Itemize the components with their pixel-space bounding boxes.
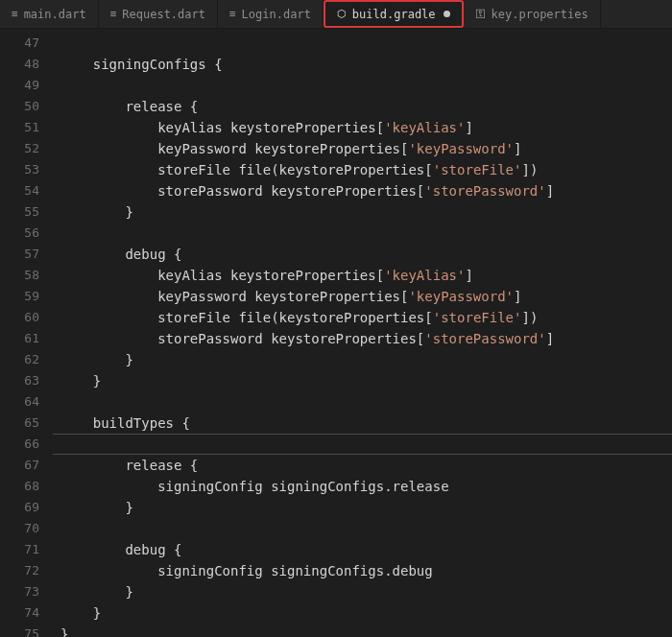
code-line: debug {	[60, 244, 672, 265]
tab-main-dart[interactable]: ≡ main.dart	[0, 0, 99, 28]
code-area[interactable]: signingConfigs { release { keyAlias keys…	[53, 29, 672, 637]
code-line: }	[60, 201, 672, 223]
code-line: signingConfig signingConfigs.release	[60, 476, 672, 497]
tab-login-dart[interactable]: ≡ Login.dart	[218, 0, 324, 28]
tab-key-properties[interactable]: ⚿ key.properties	[464, 0, 601, 28]
file-icon: ≡	[229, 8, 236, 20]
code-line: }	[60, 602, 672, 624]
code-line	[60, 391, 672, 413]
code-line: storeFile file(keystoreProperties['store…	[60, 307, 672, 328]
code-line: release {	[60, 455, 672, 476]
code-line: signingConfig signingConfigs.debug	[60, 560, 672, 581]
code-line: keyAlias keystoreProperties['keyAlias']	[60, 265, 672, 286]
code-line: storeFile file(keystoreProperties['store…	[60, 159, 672, 180]
code-line: keyAlias keystoreProperties['keyAlias']	[60, 117, 672, 138]
code-line: }	[60, 370, 672, 391]
code-line: }	[60, 497, 672, 518]
tab-label: key.properties	[492, 8, 588, 21]
code-line: keyPassword keystoreProperties['keyPassw…	[60, 286, 672, 307]
code-line	[60, 434, 672, 455]
dirty-indicator-icon	[444, 11, 450, 17]
code-line: buildTypes {	[60, 413, 672, 434]
file-icon: ≡	[110, 8, 117, 20]
editor[interactable]: 4748495051525354555657585960616263646566…	[0, 29, 672, 637]
line-number-gutter: 4748495051525354555657585960616263646566…	[0, 29, 53, 637]
code-line: }	[60, 349, 672, 370]
code-line	[60, 33, 672, 54]
code-line	[60, 223, 672, 244]
tab-bar: ≡ main.dart ≡ Request.dart ≡ Login.dart …	[0, 0, 672, 29]
tab-label: Request.dart	[122, 8, 205, 21]
code-line: storePassword keystoreProperties['storeP…	[60, 328, 672, 349]
code-line: }	[60, 624, 672, 637]
code-line: storePassword keystoreProperties['storeP…	[60, 180, 672, 201]
tab-label: build.gradle	[352, 8, 436, 21]
code-line: signingConfigs {	[60, 54, 672, 75]
code-line: keyPassword keystoreProperties['keyPassw…	[60, 138, 672, 159]
properties-icon: ⚿	[475, 8, 486, 20]
gradle-icon: ⬡	[337, 8, 347, 20]
tab-build-gradle[interactable]: ⬡ build.gradle	[324, 0, 464, 28]
tab-label: main.dart	[24, 8, 86, 21]
code-line	[60, 518, 672, 539]
code-line	[60, 75, 672, 96]
file-icon: ≡	[12, 8, 18, 20]
code-line: debug {	[60, 539, 672, 560]
code-line: release {	[60, 96, 672, 117]
tab-request-dart[interactable]: ≡ Request.dart	[99, 0, 218, 28]
code-line: }	[60, 581, 672, 602]
tab-label: Login.dart	[242, 8, 311, 21]
